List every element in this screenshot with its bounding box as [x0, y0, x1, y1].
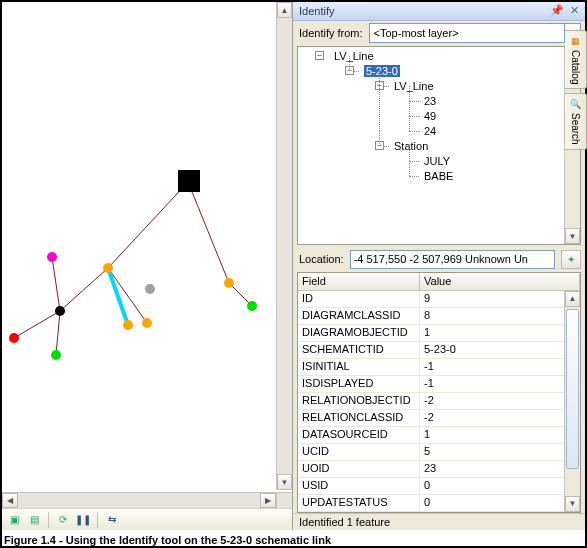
svg-line-3	[108, 268, 147, 323]
tree-group-station[interactable]: Station	[394, 140, 428, 152]
cell-value: 0	[420, 478, 580, 494]
svg-point-12	[247, 301, 257, 311]
expander-icon[interactable]: −	[375, 81, 384, 90]
scroll-up-icon[interactable]: ▲	[277, 2, 292, 18]
identify-tree[interactable]: − LV_Line − 5-23-0 − LV_Line 23 49	[297, 46, 581, 246]
cell-value: 1	[420, 427, 580, 443]
map-toolbar: ▣ ▤ ⟳ ❚❚ ⇆	[2, 508, 292, 530]
svg-point-16	[55, 306, 65, 316]
catalog-icon: ▦	[570, 35, 582, 47]
identify-status-bar: Identified 1 feature	[293, 513, 585, 530]
tab-catalog[interactable]: ▦ Catalog	[565, 30, 587, 89]
tab-catalog-label: Catalog	[570, 50, 581, 84]
cell-value: -2	[420, 410, 580, 426]
tree-item[interactable]: 23	[424, 95, 436, 107]
cell-field: RELATIONCLASSID	[298, 410, 420, 426]
table-row[interactable]: UCID5	[298, 444, 580, 461]
cell-value: -1	[420, 376, 580, 392]
expander-icon[interactable]: −	[345, 66, 354, 75]
scroll-up-icon[interactable]: ▲	[565, 291, 580, 307]
cell-value: -2	[420, 393, 580, 409]
cell-field: UCID	[298, 444, 420, 460]
scroll-down-icon[interactable]: ▼	[565, 228, 580, 244]
svg-line-0	[108, 182, 188, 268]
cell-field: DATASOURCEID	[298, 427, 420, 443]
cell-field: ID	[298, 291, 420, 307]
map-scrollbar-v[interactable]: ▲ ▼	[276, 2, 292, 490]
cell-value: 9	[420, 291, 580, 307]
toolbar-btn-2[interactable]: ▤	[26, 512, 42, 528]
table-scrollbar[interactable]: ▲ ▼	[564, 291, 580, 512]
svg-point-14	[123, 320, 133, 330]
map-scrollbar-h[interactable]: ◀ ▶	[2, 492, 292, 508]
expander-icon[interactable]: −	[375, 141, 384, 150]
table-row[interactable]: DIAGRAMOBJECTID1	[298, 325, 580, 342]
cell-field: USID	[298, 478, 420, 494]
col-header-field[interactable]: Field	[298, 273, 420, 290]
tree-item[interactable]: JULY	[424, 155, 450, 167]
cell-value: 0	[420, 495, 580, 511]
tree-root[interactable]: LV_Line	[334, 50, 374, 62]
map-pane: ▲ ▼ ◀ ▶ ▣ ▤ ⟳ ❚❚ ⇆	[2, 2, 292, 530]
col-header-value[interactable]: Value	[420, 273, 580, 290]
location-label: Location:	[299, 253, 344, 265]
cell-field: ISDISPLAYED	[298, 376, 420, 392]
table-row[interactable]: UOID23	[298, 461, 580, 478]
tab-search[interactable]: 🔍 Search	[565, 93, 587, 150]
identify-title: Identify	[299, 5, 334, 17]
map-canvas[interactable]: ▲ ▼ ◀ ▶	[2, 2, 292, 508]
toolbar-btn-1[interactable]: ▣	[6, 512, 22, 528]
svg-point-11	[224, 278, 234, 288]
cell-field: DIAGRAMOBJECTID	[298, 325, 420, 341]
scroll-down-icon[interactable]: ▼	[565, 496, 580, 512]
cell-field: DIAGRAMCLASSID	[298, 308, 420, 324]
cell-value: 8	[420, 308, 580, 324]
table-row[interactable]: RELATIONOBJECTID-2	[298, 393, 580, 410]
cell-field: SCHEMATICTID	[298, 342, 420, 358]
toolbar-pause-icon[interactable]: ❚❚	[75, 512, 91, 528]
pin-icon[interactable]: 📌	[550, 4, 564, 17]
table-row[interactable]: ISDISPLAYED-1	[298, 376, 580, 393]
tree-selected[interactable]: 5-23-0	[364, 65, 400, 77]
svg-point-13	[142, 318, 152, 328]
tree-item[interactable]: 24	[424, 125, 436, 137]
svg-line-4	[60, 268, 108, 311]
scroll-corner	[276, 492, 292, 508]
identify-from-combo[interactable]: <Top-most layer> ▼	[369, 23, 581, 43]
close-icon[interactable]: ✕	[570, 4, 579, 17]
toolbar-btn-5[interactable]: ⇆	[104, 512, 120, 528]
scroll-thumb[interactable]	[566, 309, 579, 469]
identify-from-value: <Top-most layer>	[374, 27, 459, 39]
expander-icon[interactable]: −	[315, 51, 324, 60]
svg-point-15	[145, 284, 155, 294]
search-icon: 🔍	[570, 98, 582, 110]
table-row[interactable]: DATASOURCEID1	[298, 427, 580, 444]
toolbar-refresh-icon[interactable]: ⟳	[55, 512, 71, 528]
scroll-down-icon[interactable]: ▼	[277, 474, 292, 490]
table-row[interactable]: UPDATESTATUS0	[298, 495, 580, 512]
cell-value: -1	[420, 359, 580, 375]
scroll-left-icon[interactable]: ◀	[2, 493, 18, 508]
table-row[interactable]: ISINITIAL-1	[298, 359, 580, 376]
cell-field: ISINITIAL	[298, 359, 420, 375]
table-row[interactable]: DIAGRAMCLASSID8	[298, 308, 580, 325]
table-row[interactable]: SCHEMATICTID5-23-0	[298, 342, 580, 359]
tree-item[interactable]: BABE	[424, 170, 453, 182]
svg-point-17	[9, 333, 19, 343]
tree-item[interactable]: 49	[424, 110, 436, 122]
svg-point-18	[51, 350, 61, 360]
flash-location-icon[interactable]: ✦	[561, 250, 581, 269]
figure-caption: Figure 1.4 - Using the Identify tool on …	[4, 534, 331, 546]
table-row[interactable]: USID0	[298, 478, 580, 495]
svg-point-10	[103, 263, 113, 273]
location-input[interactable]	[350, 250, 555, 269]
table-row[interactable]: RELATIONCLASSID-2	[298, 410, 580, 427]
identify-from-row: Identify from: <Top-most layer> ▼	[293, 21, 585, 46]
table-row[interactable]: ID9	[298, 291, 580, 308]
scroll-right-icon[interactable]: ▶	[260, 493, 276, 508]
tree-group-lvline[interactable]: LV_Line	[394, 80, 434, 92]
cell-field: RELATIONOBJECTID	[298, 393, 420, 409]
svg-line-7	[52, 257, 60, 311]
svg-line-8	[108, 268, 128, 325]
svg-line-5	[14, 311, 60, 338]
